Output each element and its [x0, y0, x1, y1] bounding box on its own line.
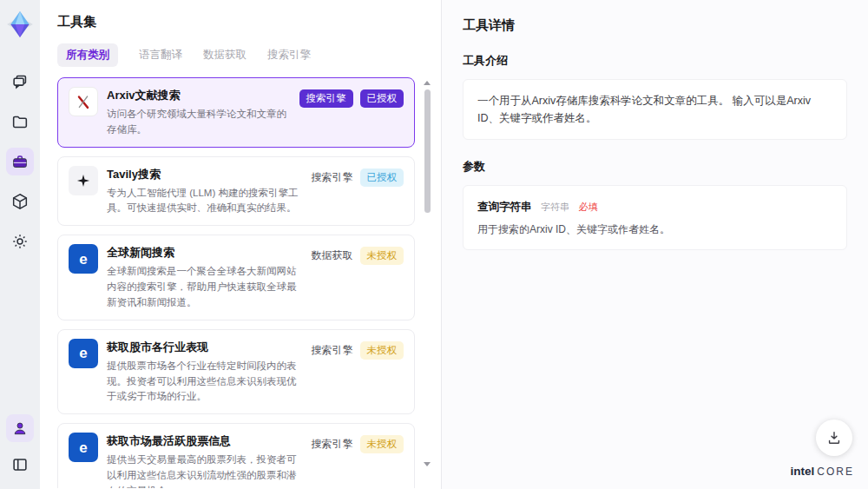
status-badge: 未授权 — [360, 341, 404, 360]
tool-list-panel: 工具集 所有类别 语言翻译 数据获取 搜索引擎 Arxiv文献搜索 访问各个研究… — [40, 0, 441, 489]
card-tags: 搜索引擎 已授权 — [299, 89, 404, 108]
sidebar-item-tools[interactable] — [6, 148, 34, 175]
scrollbar-up-arrow[interactable] — [424, 81, 431, 85]
user-icon — [11, 420, 29, 437]
sidebar-item-chat[interactable] — [6, 68, 34, 96]
card-body: Arxiv文献搜索 访问各个研究领域大量科学论文和文章的存储库。 — [107, 87, 291, 138]
left-sidebar — [0, 0, 40, 489]
app-logo-icon — [6, 10, 34, 38]
tab-all-categories[interactable]: 所有类别 — [57, 43, 118, 67]
intro-heading: 工具介绍 — [463, 53, 847, 69]
intel-core-logo: intelCORE — [791, 463, 854, 479]
arxiv-icon — [69, 87, 98, 116]
card-title: 全球新闻搜索 — [107, 245, 303, 261]
card-tags: 搜索引擎 未授权 — [312, 435, 404, 453]
status-badge: 未授权 — [360, 247, 404, 265]
param-desc: 用于搜索的Arxiv ID、关键字或作者姓名。 — [477, 222, 832, 237]
tool-card-active-stocks[interactable]: e 获取市场最活跃股票信息 提供当天交易量最高的股票列表，投资者可以利用这些信息… — [57, 423, 415, 488]
tool-card-sector-performance[interactable]: e 获取股市各行业表现 提供股票市场各个行业在特定时间段内的表现。投资者可以利用… — [57, 329, 415, 414]
tab-search-engine[interactable]: 搜索引擎 — [267, 48, 311, 63]
intro-text: 一个用于从Arxiv存储库搜索科学论文和文章的工具。 输入可以是Arxiv ID… — [477, 92, 832, 127]
tab-language-translation[interactable]: 语言翻译 — [139, 48, 182, 63]
param-type: 字符串 — [541, 202, 569, 212]
status-badge: 已授权 — [360, 169, 404, 187]
scrollbar-thumb[interactable] — [424, 89, 431, 213]
page-title: 工具集 — [57, 14, 424, 30]
download-button[interactable] — [816, 420, 852, 456]
card-desc: 访问各个研究领域大量科学论文和文章的存储库。 — [107, 107, 291, 138]
scrollbar-down-arrow[interactable] — [424, 462, 431, 466]
news-icon: e — [69, 339, 98, 368]
detail-title: 工具详情 — [463, 17, 847, 34]
panel-icon — [10, 455, 30, 474]
status-badge: 未授权 — [360, 435, 404, 453]
card-body: 获取市场最活跃股票信息 提供当天交易量最高的股票列表，投资者可以利用这些信息来识… — [107, 433, 303, 488]
chat-icon — [10, 72, 30, 91]
card-desc: 提供股票市场各个行业在特定时间段内的表现。投资者可以利用这些信息来识别表现优于或… — [107, 359, 303, 405]
sidebar-item-files[interactable] — [6, 108, 34, 135]
sidebar-item-collapse[interactable] — [6, 451, 34, 479]
tab-data-fetching[interactable]: 数据获取 — [203, 48, 247, 63]
status-badge: 已授权 — [360, 89, 404, 108]
card-title: 获取股市各行业表现 — [107, 340, 303, 355]
sidebar-item-models[interactable] — [6, 188, 34, 215]
tool-card-arxiv[interactable]: Arxiv文献搜索 访问各个研究领域大量科学论文和文章的存储库。 搜索引擎 已授… — [57, 77, 415, 148]
news-icon: e — [69, 244, 98, 274]
tool-card-global-news[interactable]: e 全球新闻搜索 全球新闻搜索是一个聚合全球各大新闻网站内容的搜索引擎，帮助用户… — [57, 235, 415, 320]
category-tabs: 所有类别 语言翻译 数据获取 搜索引擎 — [57, 43, 424, 67]
intro-box: 一个用于从Arxiv存储库搜索科学论文和文章的工具。 输入可以是Arxiv ID… — [463, 79, 847, 140]
news-icon: e — [69, 433, 98, 462]
core-wordmark: CORE — [817, 466, 854, 478]
sidebar-item-account[interactable] — [6, 414, 34, 442]
cube-icon — [10, 192, 30, 211]
tool-list: Arxiv文献搜索 访问各个研究领域大量科学论文和文章的存储库。 搜索引擎 已授… — [57, 77, 424, 488]
card-body: Tavily搜索 专为人工智能代理 (LLM) 构建的搜索引擎工具。可快速提供实… — [107, 166, 303, 217]
card-body: 获取股市各行业表现 提供股票市场各个行业在特定时间段内的表现。投资者可以利用这些… — [107, 339, 303, 405]
card-desc: 全球新闻搜索是一个聚合全球各大新闻网站内容的搜索引擎，帮助用户快速获取全球最新资… — [107, 264, 303, 310]
folder-icon — [10, 112, 30, 131]
card-tags: 搜索引擎 未授权 — [312, 341, 404, 360]
params-heading: 参数 — [463, 159, 847, 175]
card-desc: 专为人工智能代理 (LLM) 构建的搜索引擎工具。可快速提供实时、准确和真实的结… — [107, 186, 303, 217]
toolbox-icon — [10, 152, 30, 171]
category-label: 搜索引擎 — [312, 170, 353, 185]
card-title: 获取市场最活跃股票信息 — [107, 433, 303, 449]
card-title: Arxiv文献搜索 — [107, 88, 291, 103]
param-required-badge: 必填 — [578, 202, 597, 212]
download-icon — [825, 429, 843, 446]
card-tags: 搜索引擎 已授权 — [312, 169, 404, 187]
intel-wordmark: intel — [791, 465, 815, 478]
card-body: 全球新闻搜索 全球新闻搜索是一个聚合全球各大新闻网站内容的搜索引擎，帮助用户快速… — [107, 244, 303, 310]
card-title: Tavily搜索 — [107, 167, 303, 182]
category-badge: 搜索引擎 — [299, 89, 353, 108]
category-label: 搜索引擎 — [312, 437, 353, 452]
tavily-icon — [69, 166, 98, 195]
param-box: 查询字符串 字符串 必填 用于搜索的Arxiv ID、关键字或作者姓名。 — [463, 185, 847, 250]
tool-card-tavily[interactable]: Tavily搜索 专为人工智能代理 (LLM) 构建的搜索引擎工具。可快速提供实… — [57, 156, 415, 227]
category-label: 数据获取 — [312, 248, 353, 263]
category-label: 搜索引擎 — [312, 343, 353, 358]
sidebar-item-settings[interactable] — [6, 228, 34, 255]
param-name: 查询字符串 — [477, 201, 532, 213]
sidebar-bottom — [6, 414, 34, 479]
card-desc: 提供当天交易量最高的股票列表，投资者可以利用这些信息来识别流动性强的股票和潜在的… — [107, 453, 303, 488]
sidebar-nav — [6, 68, 34, 255]
param-header: 查询字符串 字符串 必填 — [477, 198, 832, 215]
tool-detail-panel: 工具详情 工具介绍 一个用于从Arxiv存储库搜索科学论文和文章的工具。 输入可… — [441, 0, 868, 489]
gear-icon — [10, 232, 30, 251]
card-tags: 数据获取 未授权 — [312, 247, 404, 265]
